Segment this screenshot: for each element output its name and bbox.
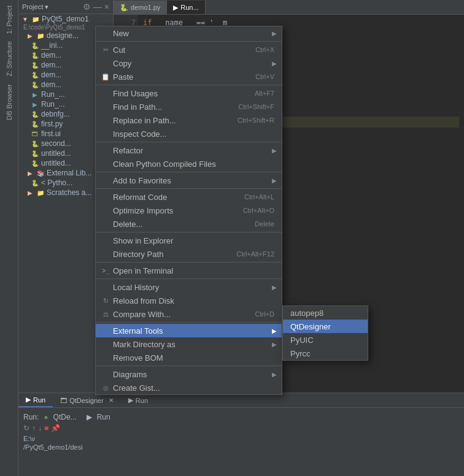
- menu-item-cut[interactable]: ✂ Cut Ctrl+X: [96, 43, 282, 56]
- submenu-item-pyrcc[interactable]: Pyrcc: [283, 347, 368, 360]
- scratches-label: Scratches a...: [47, 188, 91, 197]
- terminal-icon: >_: [101, 266, 110, 275]
- tab-icon-run: ▶: [173, 4, 178, 12]
- bottom-tab-qtdesigner[interactable]: 🗔 QtDesigner ✕: [53, 393, 121, 407]
- menu-item-remove-bom[interactable]: Remove BOM: [96, 351, 282, 364]
- run-indicator: ●: [44, 413, 48, 421]
- tab-demo1-py[interactable]: 🐍 demo1.py: [114, 1, 167, 14]
- menu-item-local-history[interactable]: Local History: [96, 280, 282, 294]
- external-tools-submenu: autopep8 QtDesigner PyUIC Pyrcc: [282, 305, 368, 361]
- py-icon-12: 🐍: [31, 178, 39, 187]
- menu-item-inspect-code[interactable]: Inspect Code...: [96, 127, 282, 140]
- close-tab-icon[interactable]: ✕: [109, 397, 114, 404]
- menu-item-reload-disk[interactable]: ↻ Reload from Disk: [96, 294, 282, 307]
- local-history-label: Local History: [113, 283, 159, 292]
- stop-icon[interactable]: ■: [44, 424, 48, 432]
- menu-item-create-gist[interactable]: ◎ Create Gist...: [96, 381, 282, 394]
- menu-item-refactor[interactable]: Refactor: [96, 144, 282, 157]
- qtde-label: QtDe...: [53, 413, 77, 421]
- menu-sep-3: [96, 142, 282, 142]
- cut-shortcut: Ctrl+X: [255, 46, 274, 53]
- sidebar-tab-structure[interactable]: Z: Structure: [4, 39, 14, 79]
- inspect-code-label: Inspect Code...: [113, 129, 166, 139]
- folder-icon: ▼: [21, 15, 29, 23]
- submenu-item-autopep8[interactable]: autopep8: [283, 306, 368, 320]
- ext-lib-label: External Lib...: [47, 169, 91, 177]
- menu-sep-4: [96, 172, 282, 172]
- bottom-tab-run2[interactable]: ▶ Run: [121, 393, 155, 407]
- second-label: second...: [41, 139, 71, 148]
- dir-path-label: Directory Path: [113, 250, 163, 259]
- menu-sep-6: [96, 232, 282, 232]
- submenu-item-pyuic[interactable]: PyUIC: [283, 333, 368, 347]
- arrow-up-icon[interactable]: ↑: [32, 424, 36, 432]
- pin-icon[interactable]: 📌: [51, 424, 60, 432]
- run1-label: Run_...: [41, 90, 65, 99]
- py-icon-8: 🐍: [31, 120, 39, 128]
- menu-item-find-path[interactable]: Find in Path... Ctrl+Shift+F: [96, 100, 282, 113]
- dem1-label: dem...: [41, 51, 61, 60]
- menu-item-open-terminal[interactable]: >_ Open in Terminal: [96, 264, 282, 277]
- reload-disk-icon: ↻: [101, 296, 110, 305]
- qtdesigner-label: QtDesigner: [290, 322, 331, 331]
- lib-icon: 📚: [36, 169, 45, 177]
- bottom-tab-run[interactable]: ▶ Run: [18, 393, 53, 407]
- tree-item-root[interactable]: ▼ 📁 PyQt5_demo1: [18, 14, 113, 24]
- editor-tab-bar: 🐍 demo1.py ▶ Run...: [114, 0, 464, 15]
- pyrcc-label: Pyrcc: [290, 349, 311, 358]
- py-icon-6: ▶: [31, 100, 39, 109]
- dir-path-shortcut: Ctrl+Alt+F12: [236, 250, 274, 258]
- menu-item-find-usages[interactable]: Find Usages Alt+F7: [96, 86, 282, 100]
- reload-icon[interactable]: ↻: [23, 424, 29, 432]
- menu-item-mark-directory[interactable]: Mark Directory as: [96, 337, 282, 351]
- tab-icon-demo1: 🐍: [120, 4, 128, 12]
- py-icon-7: 🐍: [31, 110, 39, 118]
- project-name: PyQt5_demo1: [42, 15, 89, 23]
- menu-item-show-explorer[interactable]: Show in Explorer: [96, 234, 282, 247]
- menu-item-external-tools[interactable]: External Tools: [96, 324, 282, 337]
- py-icon-11: 🐍: [31, 159, 39, 167]
- menu-item-diagrams[interactable]: Diagrams: [96, 367, 282, 381]
- find-usages-shortcut: Alt+F7: [255, 90, 274, 97]
- arrow-down-icon[interactable]: ↓: [38, 424, 42, 432]
- menu-item-clean-python[interactable]: Clean Python Compiled Files: [96, 157, 282, 171]
- clean-python-label: Clean Python Compiled Files: [113, 159, 216, 169]
- run-icon: ▶: [26, 396, 31, 404]
- menu-item-copy[interactable]: Copy: [96, 56, 282, 70]
- run2-label: Run_...: [41, 100, 65, 109]
- panel-icons: ⚙ — ×: [83, 2, 109, 12]
- find-path-label: Find in Path...: [113, 102, 162, 112]
- menu-sep-7: [96, 262, 282, 263]
- compare-shortcut: Ctrl+D: [255, 310, 274, 318]
- sidebar-tab-project[interactable]: 1: Project: [4, 3, 14, 36]
- optimize-shortcut: Ctrl+Alt+O: [243, 207, 274, 214]
- show-explorer-label: Show in Explorer: [113, 236, 173, 245]
- paste-label: Paste: [113, 72, 133, 82]
- menu-sep-10: [96, 366, 282, 366]
- delete-label: Delete...: [113, 220, 142, 229]
- py-icon-9: 🐍: [31, 139, 39, 148]
- tab-run[interactable]: ▶ Run...: [167, 1, 205, 14]
- submenu-item-qtdesigner[interactable]: QtDesigner: [283, 320, 368, 333]
- menu-item-replace-path[interactable]: Replace in Path... Ctrl+Shift+R: [96, 113, 282, 127]
- py-icon-3: 🐍: [31, 71, 39, 79]
- menu-item-compare-with[interactable]: ⚖ Compare With... Ctrl+D: [96, 307, 282, 321]
- sidebar-tab-db[interactable]: DB Browser: [4, 82, 14, 123]
- paste-icon: 📋: [101, 72, 110, 82]
- run2-icon: ▶: [128, 396, 133, 404]
- qtdesigner-icon: 🗔: [60, 397, 67, 404]
- py-icon-10: 🐍: [31, 149, 39, 158]
- menu-item-paste[interactable]: 📋 Paste Ctrl+V: [96, 70, 282, 83]
- dem2-label: dem...: [41, 61, 61, 69]
- menu-item-add-favorites[interactable]: Add to Favorites: [96, 174, 282, 187]
- menu-item-optimize[interactable]: Optimize Imports Ctrl+Alt+O: [96, 204, 282, 217]
- menu-item-dir-path[interactable]: Directory Path Ctrl+Alt+F12: [96, 247, 282, 261]
- py-icon-4: 🐍: [31, 80, 39, 89]
- menu-item-reformat[interactable]: Reformat Code Ctrl+Alt+L: [96, 190, 282, 204]
- mark-directory-label: Mark Directory as: [113, 340, 176, 349]
- run-label: Run:: [23, 413, 39, 421]
- menu-item-new[interactable]: New: [96, 26, 282, 40]
- run-action-icons: ↻ ↑ ↓ ■ 📌: [23, 424, 459, 432]
- bottom-content: Run: ● QtDe... ▶ Run ↻ ↑ ↓ ■ 📌 E:\v /PyQ…: [18, 408, 464, 453]
- menu-item-delete[interactable]: Delete... Delete: [96, 217, 282, 231]
